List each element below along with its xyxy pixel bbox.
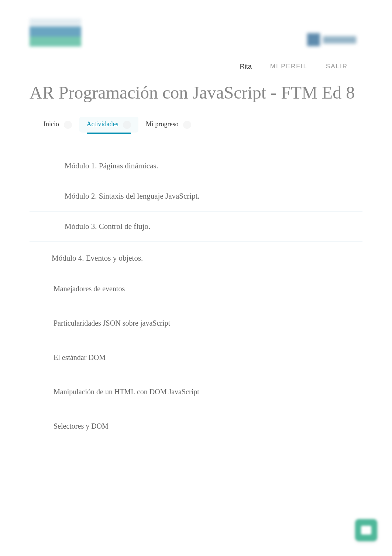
tab-inicio[interactable]: Inicio xyxy=(36,117,79,133)
tab-actividades[interactable]: Actividades xyxy=(79,117,138,133)
sub-item[interactable]: Manejadores de eventos xyxy=(54,272,362,306)
nav-profile-link[interactable]: MI PERFIL xyxy=(270,63,307,71)
module-expanded-title[interactable]: Módulo 4. Eventos y objetos. xyxy=(30,245,362,272)
module-item[interactable]: Módulo 3. Control de flujo. xyxy=(30,212,362,242)
sub-item[interactable]: Selectores y DOM xyxy=(54,409,362,443)
brand-logo-right xyxy=(307,31,362,48)
tabs: Inicio Actividades Mi progreso xyxy=(30,117,362,133)
sub-items: Manejadores de eventos Particularidades … xyxy=(30,272,362,443)
module-item[interactable]: Módulo 1. Páginas dinámicas. xyxy=(30,151,362,181)
sub-item[interactable]: Manipulación de un HTML con DOM JavaScri… xyxy=(54,375,362,409)
sub-item[interactable]: Particularidades JSON sobre javaScript xyxy=(54,306,362,340)
tab-label: Mi progreso xyxy=(146,120,179,128)
brand-logo-left xyxy=(30,18,81,52)
sub-item[interactable]: El estándar DOM xyxy=(54,340,362,375)
nav-logout-link[interactable]: SALIR xyxy=(326,63,348,71)
user-name: Rita xyxy=(240,63,252,71)
module-list: Módulo 1. Páginas dinámicas. Módulo 2. S… xyxy=(30,151,362,443)
tab-label: Inicio xyxy=(44,120,59,128)
tab-badge-icon xyxy=(123,121,131,129)
page-title: AR Programación con JavaScript - FTM Ed … xyxy=(30,82,362,104)
tab-badge-icon xyxy=(64,121,72,129)
header xyxy=(30,18,362,52)
module-item[interactable]: Módulo 2. Sintaxis del lenguaje JavaScri… xyxy=(30,181,362,212)
top-nav: Rita MI PERFIL SALIR xyxy=(30,55,362,82)
tab-label: Actividades xyxy=(87,120,118,128)
tab-badge-icon xyxy=(183,121,191,129)
tab-mi-progreso[interactable]: Mi progreso xyxy=(138,117,199,133)
